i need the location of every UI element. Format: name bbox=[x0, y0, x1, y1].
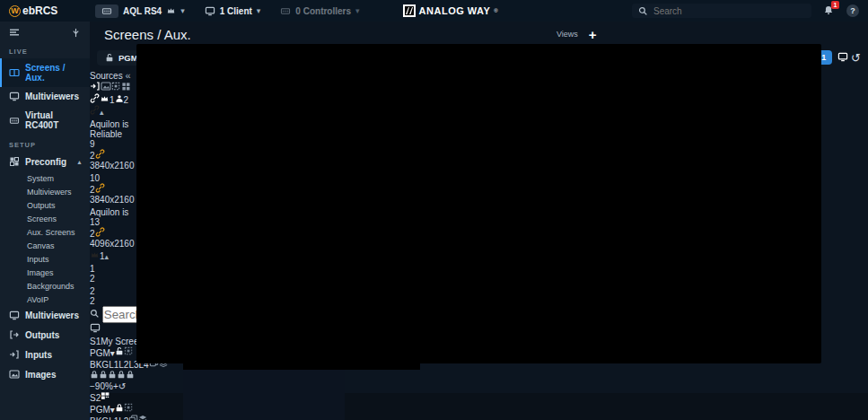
screen-canvas[interactable]: L1❄BKGaquilon isL62InL42L72 bbox=[90, 370, 868, 381]
monitor-icon bbox=[9, 311, 20, 320]
percent-label: % bbox=[105, 381, 113, 391]
refresh-icon[interactable]: ↺ bbox=[851, 51, 861, 65]
sidebar-subitem-backgrounds[interactable]: Backgrounds bbox=[0, 279, 90, 293]
compose-icon[interactable] bbox=[124, 346, 134, 356]
sidebar-item-inputs[interactable]: Inputs bbox=[0, 345, 90, 364]
layer-tab-l1[interactable]: L1 bbox=[109, 416, 118, 420]
collapse-panel-icon[interactable]: « bbox=[125, 70, 130, 81]
sidebar-item-screens-aux-[interactable]: Screens / Aux. bbox=[0, 58, 90, 87]
sidebar-item-label: Screens / Aux. bbox=[25, 63, 83, 83]
device-icon bbox=[95, 4, 118, 18]
sources-tab-icon bbox=[121, 82, 131, 92]
panelin-icon bbox=[9, 349, 20, 360]
picture-icon bbox=[9, 369, 20, 380]
filter-preview-button[interactable]: 2 bbox=[115, 95, 129, 105]
layer-tab-bkg[interactable]: BKG bbox=[90, 416, 109, 420]
person-icon bbox=[115, 94, 124, 103]
collapse-group-icon[interactable]: ▴ bbox=[100, 108, 104, 117]
chevron-down-icon[interactable]: ▾ bbox=[180, 6, 185, 15]
screen-lock-button[interactable] bbox=[115, 348, 124, 358]
canvas-lock-icon bbox=[108, 370, 117, 380]
crown-icon bbox=[90, 251, 100, 259]
sidebar-subitem-avoip[interactable]: AVoIP bbox=[0, 293, 90, 306]
pin-sidebar-icon[interactable] bbox=[71, 27, 81, 38]
dual-bg bbox=[136, 44, 821, 363]
sidebar-item-multiviewers[interactable]: Multiviewers bbox=[0, 87, 90, 106]
sidebar-subitem-inputs[interactable]: Inputs bbox=[0, 252, 90, 266]
webrcs-logo: WebRCS bbox=[9, 4, 88, 17]
sources-title: Sources bbox=[90, 71, 123, 81]
sidebar-subitem-system[interactable]: System bbox=[0, 171, 90, 185]
sidebar-item-multiviewers[interactable]: Multiviewers bbox=[0, 306, 90, 325]
chevron-down-icon[interactable]: ▾ bbox=[257, 6, 261, 15]
main-area: Screens / Aux. Views + PGM PRW Edit View… bbox=[90, 22, 868, 393]
sidebar-subitem-multiviewers[interactable]: Multiviewers bbox=[0, 185, 90, 198]
canvas-lock-icon bbox=[99, 370, 108, 380]
link-icon bbox=[90, 93, 100, 103]
sidebar-subitem-screens[interactable]: Screens bbox=[0, 212, 90, 225]
search-input[interactable] bbox=[653, 6, 788, 16]
preset-select[interactable]: PGM▾ bbox=[90, 348, 115, 358]
sidebar-item-images[interactable]: Images bbox=[0, 364, 90, 384]
menu-icon[interactable] bbox=[9, 27, 20, 38]
mini-layer[interactable]: L42L72 bbox=[183, 370, 345, 420]
filter-linked-button[interactable] bbox=[90, 95, 100, 105]
monitor-icon bbox=[205, 6, 215, 16]
sidebar-item-label: Preconfig bbox=[25, 157, 66, 167]
sidebar-item-virtual-rc400t[interactable]: Virtual RC400T bbox=[0, 106, 90, 135]
sidebar-subitem-images[interactable]: Images bbox=[0, 266, 90, 279]
link-icon bbox=[90, 105, 100, 115]
sidebar-item-label: Multiviewers bbox=[25, 92, 79, 101]
thumbnail-toggle-icon[interactable] bbox=[90, 323, 101, 333]
add-view-button[interactable]: + bbox=[589, 27, 597, 42]
preview-mode-button[interactable] bbox=[837, 54, 848, 64]
top-bar: WebRCS AQL RS4 ▾ 1 Client ▾ 0 Controller… bbox=[0, 0, 868, 22]
copy-layers-icon[interactable] bbox=[128, 415, 138, 420]
sidebar-item-label: Virtual RC400T bbox=[25, 110, 83, 130]
preset-select[interactable]: PGM▾ bbox=[90, 405, 115, 415]
preconfig-icon bbox=[9, 156, 20, 167]
global-search[interactable] bbox=[632, 4, 811, 18]
help-button[interactable]: ? bbox=[846, 4, 859, 17]
monitor-icon bbox=[9, 92, 20, 101]
console-icon bbox=[9, 116, 20, 126]
filter-program-button[interactable]: 1 bbox=[100, 95, 115, 105]
sidebar-item-label: Multiviewers bbox=[25, 311, 79, 320]
zoom-value: 90 bbox=[95, 381, 105, 391]
sources-tab-images[interactable] bbox=[101, 83, 111, 93]
device-name: AQL RS4 bbox=[123, 6, 162, 16]
sidebar-item-preconfig[interactable]: Preconfig▲ bbox=[0, 152, 90, 171]
screens-icon bbox=[9, 67, 20, 78]
compose-icon[interactable] bbox=[124, 403, 134, 413]
sources-tab-layouts[interactable] bbox=[121, 83, 131, 93]
chevron-down-icon[interactable]: ▾ bbox=[355, 6, 360, 15]
usage-count-badge: 2 bbox=[90, 274, 95, 284]
zoom-reset-button[interactable]: ↺ bbox=[118, 381, 126, 391]
collapse-group-icon[interactable]: ▴ bbox=[105, 252, 110, 261]
canvas-lock-icon bbox=[90, 370, 99, 380]
controllers-selector[interactable]: 0 Controllers ▾ bbox=[280, 6, 359, 16]
layer-manager-button[interactable] bbox=[101, 393, 110, 403]
notifications-button[interactable]: 1 bbox=[824, 5, 834, 17]
unlock-icon bbox=[105, 53, 114, 63]
canvas-lock-icon bbox=[117, 370, 126, 380]
screen-lock-button[interactable] bbox=[115, 405, 124, 415]
controllers-count: 0 Controllers bbox=[295, 6, 351, 16]
sidebar-subitem-aux-screens[interactable]: Aux. Screens bbox=[0, 225, 90, 239]
sources-tab-icon bbox=[101, 81, 111, 92]
layer-tab-l2[interactable]: L2 bbox=[118, 360, 128, 370]
clients-selector[interactable]: 1 Client ▾ bbox=[205, 6, 261, 16]
layer-tab-bkg[interactable]: BKG bbox=[90, 360, 109, 370]
layer-tab-l2[interactable]: L2 bbox=[118, 416, 128, 420]
sidebar-subitem-canvas[interactable]: Canvas bbox=[0, 239, 90, 252]
thumbnails-icon bbox=[837, 52, 848, 62]
layer-tab-l1[interactable]: L1 bbox=[109, 360, 118, 370]
sidebar-item-outputs[interactable]: Outputs bbox=[0, 325, 90, 345]
sources-tab-screens[interactable] bbox=[111, 83, 121, 93]
device-selector[interactable]: AQL RS4 ▾ bbox=[95, 4, 185, 18]
layer-stack-icon[interactable] bbox=[138, 415, 148, 420]
screen-id: S1 bbox=[90, 337, 101, 346]
sources-tab-inputs[interactable] bbox=[90, 83, 101, 93]
sidebar-subitem-outputs[interactable]: Outputs bbox=[0, 198, 90, 212]
sidebar: LIVEScreens / Aux.MultiviewersVirtual RC… bbox=[0, 22, 90, 420]
